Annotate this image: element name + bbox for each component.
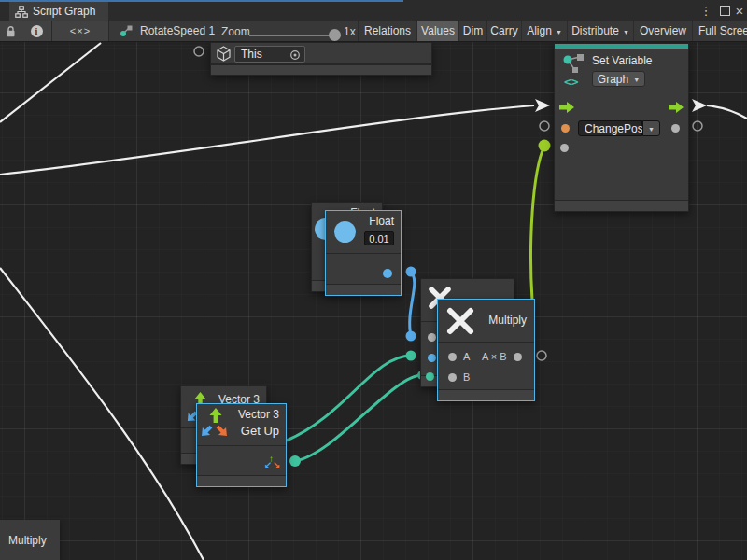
chevron-down-icon: ▼ <box>556 29 562 35</box>
title-bar: Script Graph ⋮ × <box>0 0 747 21</box>
wire-white-offscreen-top <box>0 43 101 122</box>
wire-white-into-set-variable <box>0 105 534 175</box>
button-label: Values <box>421 24 455 37</box>
corner-node-label: Multiply <box>8 534 47 547</box>
variable-name-value: ChangePos <box>585 122 643 135</box>
variable-name-field[interactable]: ChangePos <box>578 120 642 136</box>
float-output-port[interactable] <box>383 269 392 278</box>
control-input-arrow[interactable] <box>559 102 574 113</box>
port-label-a: A <box>463 351 470 362</box>
info-icon: i <box>31 25 43 37</box>
node-multiply-corner[interactable]: Multiply <box>0 520 60 560</box>
this-field-value: This <box>241 48 262 61</box>
multiply-output-port[interactable] <box>514 353 522 361</box>
unity-script-graph-window: Script Graph ⋮ × i <×> RotateSpeed 1 <box>0 0 747 560</box>
port-outline-setvariable-right[interactable] <box>693 121 702 131</box>
variable-scope-dropdown[interactable]: Graph ▼ <box>592 71 645 87</box>
toolbar-button-align[interactable]: Align ▼ <box>521 21 567 41</box>
button-label: Dim <box>463 24 483 37</box>
toolbar-button-values[interactable]: Values <box>416 21 458 41</box>
lock-button[interactable] <box>0 21 21 41</box>
toolbar-button-relations[interactable]: Relations <box>358 21 416 41</box>
window-menu-icon[interactable]: ⋮ <box>698 0 713 21</box>
set-variable-icon: <> <box>561 52 587 88</box>
port-label-b: B <box>463 371 470 383</box>
node-set-variable[interactable]: <> Set Variable Graph ▼ ChangePos <box>554 43 689 212</box>
button-label: Relations <box>364 24 411 37</box>
port-label-result: A × B <box>482 351 507 362</box>
port-outline-setvariable-left[interactable] <box>540 121 549 131</box>
node-title: Float <box>369 215 394 228</box>
node-vector3-get-up[interactable]: Vector 3 Get Up ↑ ↙ ↘ <box>196 403 287 487</box>
toolbar-button-fullscreen[interactable]: Full Screen <box>692 21 747 41</box>
object-picker-icon[interactable] <box>289 49 301 61</box>
graph-canvas[interactable]: This <> <box>0 42 747 560</box>
multiply-input-b-port[interactable] <box>448 373 457 382</box>
tab-script-graph[interactable]: Script Graph <box>9 2 108 21</box>
float-value: 0.01 <box>369 233 388 245</box>
node-multiply[interactable]: Multiply A A × B B <box>437 299 535 401</box>
button-label: Overview <box>640 24 686 37</box>
window-maximize-icon[interactable] <box>717 0 732 21</box>
zoom-slider-handle[interactable] <box>329 29 341 41</box>
node-title: Vector 3 <box>238 408 279 421</box>
script-graph-tab-icon <box>15 6 28 18</box>
float-icon <box>334 221 356 243</box>
multiply-back-port-a[interactable] <box>428 333 436 342</box>
button-label: Align <box>527 24 552 37</box>
port-outline-this[interactable] <box>194 47 204 56</box>
multiply-input-a-port[interactable] <box>448 353 457 361</box>
chevron-down-icon: ▼ <box>633 77 640 83</box>
variable-name-port[interactable] <box>561 124 570 133</box>
mini-downright-arrow: ↘ <box>273 461 280 470</box>
wire-endpoint-teal[interactable] <box>406 351 416 361</box>
code-icon: <×> <box>70 25 91 36</box>
gameobject-cube-icon <box>216 46 232 62</box>
svg-text:<>: <> <box>564 75 579 88</box>
multiply-back-port-b[interactable] <box>428 354 436 362</box>
toolbar-button-distribute[interactable]: Distribute ▼ <box>567 21 633 41</box>
toolbar-button-overview[interactable]: Overview <box>633 21 692 41</box>
float-value-field[interactable]: 0.01 <box>364 231 394 245</box>
port-outline-multiply-out[interactable] <box>537 351 546 360</box>
button-label: Full Screen <box>698 24 747 37</box>
mini-downleft-arrow: ↙ <box>264 461 272 470</box>
variable-output-port[interactable] <box>671 124 680 133</box>
wire-lime-multiply-to-setvariable <box>531 146 544 301</box>
node-subtitle: Get Up <box>241 424 279 438</box>
toolbar-button-dim[interactable]: Dim <box>458 21 486 41</box>
zoom-slider-track[interactable] <box>249 35 341 36</box>
graph-name: RotateSpeed 1 <box>140 24 215 37</box>
node-float[interactable]: Float 0.01 <box>325 210 402 296</box>
chevron-down-icon: ▼ <box>648 126 655 133</box>
graph-asset-icon <box>120 24 134 37</box>
multiply-icon <box>444 305 476 337</box>
lock-icon <box>6 25 16 37</box>
wire-endpoint-lime[interactable] <box>539 140 551 152</box>
wire-arrow-into-set-variable <box>535 99 550 112</box>
wire-blue-float-to-multiply <box>410 272 415 336</box>
value-input-port[interactable] <box>560 144 569 152</box>
wire-white-out-right <box>707 105 747 119</box>
graph-breadcrumb[interactable]: RotateSpeed 1 <box>120 21 215 41</box>
info-button[interactable]: i <box>21 21 52 41</box>
scope-value: Graph <box>598 73 628 86</box>
node-title: Multiply <box>488 314 527 327</box>
wire-endpoint-teal[interactable] <box>289 455 301 467</box>
this-object-field[interactable]: This <box>234 46 305 63</box>
graph-toolbar: i <×> RotateSpeed 1 Zoom 1x Relations Va… <box>0 21 747 42</box>
window-close-icon[interactable]: × <box>732 0 747 21</box>
button-label: Carry <box>490 24 517 37</box>
wire-white-offscreen-bottom <box>0 268 204 560</box>
button-label: Distribute <box>571 24 619 37</box>
vector3-output-icon[interactable]: ↑ ↙ ↘ <box>264 455 280 470</box>
node-this[interactable]: This <box>210 42 432 76</box>
control-output-arrow[interactable] <box>669 102 684 113</box>
toolbar-button-carry[interactable]: Carry <box>486 21 521 41</box>
wire-endpoint-blue[interactable] <box>406 331 416 342</box>
wire-endpoint-blue[interactable] <box>406 267 416 277</box>
variable-dropdown-button[interactable]: ▼ <box>642 120 660 136</box>
vector3-downright-arrow-icon <box>212 421 233 442</box>
code-view-button[interactable]: <×> <box>52 21 109 41</box>
multiply-back-port-out[interactable] <box>426 372 434 381</box>
